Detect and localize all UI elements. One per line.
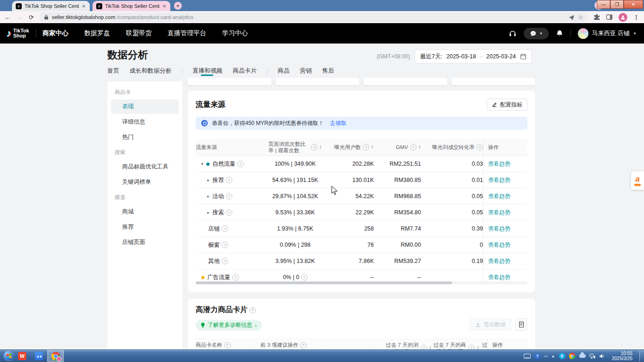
- notification-bell-icon[interactable]: [556, 30, 564, 37]
- address-bar[interactable]: seller.tiktokglobalshop.com/compass/prod…: [39, 12, 588, 22]
- horizontal-scrollbar-thumb[interactable]: [196, 281, 452, 284]
- pcol-3[interactable]: 过去 7 天的商品交易总额?▲▼: [433, 342, 479, 350]
- view-trend-link[interactable]: 查看趋势: [488, 241, 510, 249]
- col-exposed-users-sort[interactable]: 曝光用户数 ? ▲▼: [322, 139, 374, 156]
- nav-item-4[interactable]: 学习中心: [222, 29, 248, 37]
- sidebar-item-热门[interactable]: 热门: [111, 130, 179, 144]
- sidebar-item-商品标题优化工具[interactable]: 商品标题优化工具: [111, 160, 179, 174]
- info-icon[interactable]: ?: [222, 242, 228, 248]
- chevron-right-icon[interactable]: ▸: [207, 178, 212, 182]
- tab-成长和数据分析[interactable]: 成长和数据分析: [130, 67, 172, 76]
- view-trend-link[interactable]: 查看趋势: [488, 209, 510, 217]
- sidebar-item-推荐[interactable]: 推荐: [111, 220, 179, 234]
- pcol-2[interactable]: 过去 7 天的浏览人数?▲▼: [385, 342, 432, 350]
- nav-item-3[interactable]: 直播管理平台: [167, 29, 206, 37]
- sidebar-item-表现[interactable]: 表现: [111, 100, 179, 114]
- shop-switcher[interactable]: 马来西亚 店铺 ▼: [578, 28, 637, 39]
- chevron-down-icon[interactable]: ▾: [201, 162, 206, 166]
- tray-network-icon[interactable]: [589, 354, 595, 359]
- info-icon[interactable]: ?: [311, 144, 317, 150]
- tray-chrome-icon[interactable]: [569, 353, 576, 359]
- tab-售后[interactable]: 售后: [322, 67, 334, 76]
- info-icon[interactable]: ?: [222, 258, 228, 264]
- info-icon[interactable]: ?: [226, 177, 232, 183]
- info-icon[interactable]: ?: [224, 342, 231, 349]
- view-trend-link[interactable]: 查看趋势: [488, 160, 510, 168]
- info-icon[interactable]: ?: [301, 274, 308, 281]
- info-icon[interactable]: ?: [410, 144, 416, 150]
- sidebar-item-详细信息[interactable]: 详细信息: [111, 115, 179, 129]
- nav-item-0[interactable]: 商家中心: [43, 29, 68, 37]
- report-doc-button[interactable]: [515, 318, 527, 331]
- sidebar-item-关键词榜单[interactable]: 关键词榜单: [111, 175, 179, 189]
- headset-icon[interactable]: [508, 29, 517, 37]
- chevron-right-icon[interactable]: ▸: [207, 210, 212, 215]
- view-trend-link[interactable]: 查看趋势: [488, 176, 510, 184]
- tab-营销[interactable]: 营销: [300, 67, 312, 76]
- profile-avatar[interactable]: [619, 13, 627, 22]
- tray-overflow-icons[interactable]: ⌐▪: [544, 354, 548, 358]
- tray-help-icon[interactable]: ?: [534, 353, 540, 359]
- browser-tab-2[interactable]: ♪ TikTok Shop Seller Center | Cr ✕: [93, 1, 170, 11]
- info-icon[interactable]: ?: [300, 342, 307, 349]
- info-icon[interactable]: ?: [249, 307, 256, 313]
- browser-menu-icon[interactable]: ⋮: [633, 14, 639, 21]
- view-trend-link[interactable]: 查看趋势: [488, 193, 510, 200]
- back-icon[interactable]: ←: [5, 13, 11, 21]
- reload-icon[interactable]: ⟳: [29, 14, 34, 21]
- view-trend-link[interactable]: 查看趋势: [488, 274, 510, 281]
- diagnosis-info-link[interactable]: 了解更多诊断信息 ›: [196, 320, 262, 331]
- view-trend-link[interactable]: 查看趋势: [488, 257, 510, 265]
- new-tab-button[interactable]: +: [174, 2, 182, 10]
- close-button[interactable]: ✕: [624, 0, 643, 9]
- tab-close-icon[interactable]: ✕: [162, 4, 166, 9]
- tray-onedrive-icon[interactable]: [579, 354, 586, 358]
- tab-首页[interactable]: 首页: [107, 67, 119, 76]
- metric-card-partial[interactable]: [364, 78, 447, 85]
- date-range-picker[interactable]: 最近7天: 2025-03-18 - 2025-03-24: [415, 50, 532, 63]
- info-icon[interactable]: ?: [363, 144, 369, 150]
- export-data-button[interactable]: 导出数据: [470, 318, 511, 331]
- info-icon[interactable]: ?: [237, 161, 244, 167]
- info-icon[interactable]: ?: [226, 193, 232, 200]
- share-icon[interactable]: [569, 14, 575, 20]
- extensions-puzzle-icon[interactable]: [594, 14, 600, 20]
- tray-skype-icon[interactable]: S: [559, 353, 565, 359]
- sidebar-item-商城[interactable]: 商城: [111, 205, 179, 219]
- taskbar-wps-icon[interactable]: W: [14, 350, 31, 362]
- tray-keyboard-icon[interactable]: [524, 354, 531, 359]
- nav-item-1[interactable]: 数据罗盘: [84, 29, 110, 37]
- taskbar-clock[interactable]: 10:55 2025/3/25: [612, 351, 633, 362]
- col-pageviews-sort[interactable]: 页面浏览次数比率 | 观看次数 ? ▲▼: [268, 139, 322, 156]
- message-pill-button[interactable]: ▼: [524, 28, 549, 39]
- metric-card-partial[interactable]: [188, 78, 272, 85]
- configure-metrics-button[interactable]: 配置指标: [487, 99, 527, 111]
- claim-coupon-link[interactable]: 去领取: [330, 119, 347, 127]
- metric-card-partial[interactable]: [276, 78, 359, 85]
- tray-volume-icon[interactable]: [599, 354, 605, 359]
- info-icon[interactable]: ?: [226, 209, 232, 216]
- info-icon[interactable]: ?: [477, 144, 483, 150]
- aliwangwang-float-widget[interactable]: a: [631, 171, 644, 190]
- sidebar-item-店铺页面[interactable]: 店铺页面: [111, 235, 179, 250]
- side-panel-icon[interactable]: [606, 14, 613, 20]
- taskbar-app-icon[interactable]: ▲▲: [31, 350, 47, 362]
- tray-expand-icon[interactable]: ▲: [551, 354, 555, 358]
- taskbar-chrome-icon[interactable]: [47, 350, 64, 362]
- minimize-button[interactable]: —: [597, 0, 610, 9]
- show-desktop-button[interactable]: [639, 351, 644, 362]
- nav-item-2[interactable]: 联盟带货: [126, 29, 152, 37]
- view-trend-link[interactable]: 查看趋势: [488, 225, 510, 233]
- maximize-button[interactable]: ❐: [610, 0, 624, 9]
- info-icon[interactable]: ?: [232, 274, 239, 281]
- tab-商品[interactable]: 商品: [278, 67, 290, 76]
- col-gmv-sort[interactable]: GMV ? ▲▼: [374, 139, 421, 156]
- metric-card-partial[interactable]: [452, 78, 535, 85]
- tab-close-icon[interactable]: ✕: [82, 4, 86, 9]
- start-button[interactable]: [4, 351, 14, 361]
- browser-tab-1[interactable]: ♪ TikTok Shop Seller Center | Cr ✕: [12, 1, 90, 11]
- chevron-right-icon[interactable]: ▸: [207, 194, 212, 199]
- tiktok-shop-logo[interactable]: ♪ TikTokShop: [6, 28, 29, 39]
- bookmark-star-icon[interactable]: ☆: [578, 14, 583, 21]
- forward-icon[interactable]: →: [17, 13, 23, 21]
